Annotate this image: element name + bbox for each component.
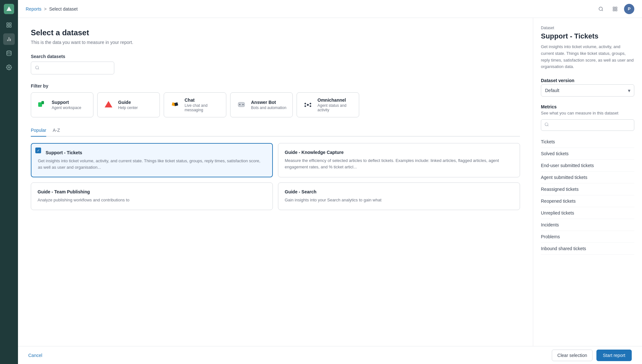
breadcrumb-separator: > [44, 6, 47, 12]
sidebar [0, 0, 18, 364]
cancel-button[interactable]: Cancel [28, 353, 42, 358]
metric-solved-tickets[interactable]: Solved tickets [541, 148, 634, 160]
page-title: Select a dataset [31, 28, 520, 37]
svg-rect-4 [10, 26, 11, 27]
svg-rect-14 [613, 9, 615, 11]
metrics-search-input[interactable] [551, 123, 631, 128]
metric-agent-submitted[interactable]: Agent submitted tickets [541, 172, 634, 183]
dataset-grid: ✓ Support - Tickets Get insights into ti… [31, 143, 520, 210]
page-subtitle: This is the data you want to measure in … [31, 40, 520, 45]
filter-card-guide[interactable]: Guide Help center [97, 92, 160, 117]
metric-tickets[interactable]: Tickets [541, 136, 634, 148]
svg-point-10 [599, 7, 603, 11]
chat-card-name: Chat [185, 97, 221, 103]
sidebar-item-home[interactable] [3, 19, 15, 31]
dataset-card-support-tickets[interactable]: ✓ Support - Tickets Get insights into ti… [31, 143, 273, 177]
sidebar-item-settings[interactable] [3, 62, 15, 73]
grid-icon-btn[interactable] [610, 4, 620, 14]
guide-card-name: Guide [118, 100, 138, 105]
metric-unreplied-tickets[interactable]: Unreplied tickets [541, 207, 634, 219]
metric-reopened-tickets[interactable]: Reopened tickets [541, 195, 634, 207]
answerbot-card-name: Answer Bot [251, 100, 286, 105]
dataset-card-desc: Measure the efficiency of selected artic… [285, 157, 513, 170]
chat-icon [169, 99, 181, 111]
panel-dataset-desc: Get insights into ticket volume, activit… [541, 44, 634, 70]
topbar-right: P [596, 4, 634, 14]
breadcrumb-current: Select dataset [49, 6, 78, 12]
sidebar-item-reports[interactable] [3, 33, 15, 45]
svg-point-26 [307, 104, 309, 106]
search-box[interactable] [31, 62, 114, 74]
bottom-bar: Cancel Clear selection Start report [18, 346, 642, 364]
sidebar-item-database[interactable] [3, 47, 15, 59]
svg-point-31 [545, 123, 548, 126]
panel-dataset-title: Support - Tickets [541, 32, 634, 40]
metrics-subtitle: See what you can measure in this dataset [541, 111, 634, 115]
filter-grid: Support Agent workspace Guide Help cente… [31, 92, 520, 117]
svg-point-8 [7, 51, 11, 53]
metrics-search-box[interactable] [541, 119, 634, 131]
svg-line-17 [38, 68, 39, 69]
svg-rect-13 [615, 7, 617, 9]
selected-check-icon: ✓ [35, 148, 41, 153]
panel-version-title: Dataset version [541, 78, 634, 83]
svg-rect-1 [7, 23, 8, 24]
tab-az[interactable]: A-Z [53, 128, 60, 137]
user-avatar[interactable]: P [624, 4, 634, 14]
support-icon [36, 99, 48, 111]
search-icon-btn[interactable] [596, 4, 606, 14]
svg-line-11 [602, 10, 603, 11]
dataset-card-guide-knowledge[interactable]: Guide - Knowledge Capture Measure the ef… [278, 143, 520, 177]
bottom-right-actions: Clear selection Start report [552, 350, 632, 361]
filter-card-chat[interactable]: Chat Live chat and messaging [164, 92, 226, 117]
omnichannel-icon [302, 99, 314, 111]
search-icon [35, 65, 39, 71]
metrics-title: Metrics [541, 104, 634, 109]
svg-point-24 [239, 104, 240, 105]
tab-popular[interactable]: Popular [31, 128, 46, 137]
guide-card-desc: Help center [118, 106, 138, 110]
svg-point-25 [242, 104, 244, 105]
omnichannel-card-desc: Agent status and activity [317, 103, 354, 112]
main-content: Select a dataset This is the data you wa… [18, 18, 533, 346]
dataset-card-desc: Gain insights into your Search analytics… [285, 197, 513, 203]
svg-point-27 [305, 103, 306, 105]
dataset-card-title: Guide - Search [285, 189, 513, 194]
panel-dataset-label: Dataset [541, 26, 634, 30]
metric-inbound-shared[interactable]: Inbound shared tickets [541, 243, 634, 255]
clear-selection-button[interactable]: Clear selection [552, 350, 593, 361]
svg-line-32 [548, 125, 549, 126]
support-card-name: Support [52, 100, 81, 105]
start-report-button[interactable]: Start report [596, 350, 632, 361]
main-container: Reports > Select dataset P Select a data… [18, 0, 642, 364]
topbar: Reports > Select dataset P [18, 0, 642, 18]
app-logo[interactable] [4, 4, 14, 14]
filter-card-answerbot[interactable]: Answer Bot Bots and automation [230, 92, 293, 117]
svg-marker-20 [105, 101, 112, 107]
breadcrumb-reports-link[interactable]: Reports [26, 6, 41, 12]
metric-reassigned-tickets[interactable]: Reassigned tickets [541, 183, 634, 195]
answerbot-card-desc: Bots and automation [251, 106, 286, 110]
svg-point-16 [36, 66, 39, 69]
version-select[interactable]: Default [541, 84, 634, 97]
svg-rect-3 [7, 26, 8, 27]
filter-card-omnichannel[interactable]: Omnichannel Agent status and activity [297, 92, 359, 117]
svg-point-30 [310, 106, 311, 107]
metrics-list: Tickets Solved tickets End-user submitte… [541, 136, 634, 255]
answerbot-icon [236, 99, 247, 111]
metric-end-user-submitted[interactable]: End-user submitted tickets [541, 160, 634, 172]
filter-card-support[interactable]: Support Agent workspace [31, 92, 93, 117]
search-input[interactable] [42, 65, 110, 71]
metric-problems[interactable]: Problems [541, 231, 634, 243]
metric-incidents[interactable]: Incidents [541, 219, 634, 231]
svg-rect-12 [613, 7, 615, 9]
dataset-card-guide-team[interactable]: Guide - Team Publishing Analyze publishi… [31, 182, 273, 210]
svg-point-9 [8, 67, 10, 68]
dataset-card-title: Guide - Knowledge Capture [285, 150, 513, 155]
dataset-tabs: Popular A-Z [31, 128, 520, 137]
metrics-search-icon [544, 122, 549, 128]
dataset-card-guide-search[interactable]: Guide - Search Gain insights into your S… [278, 182, 520, 210]
support-card-desc: Agent workspace [52, 106, 81, 110]
guide-icon [103, 99, 114, 111]
dataset-card-desc: Analyze publishing workflows and contrib… [38, 197, 266, 203]
